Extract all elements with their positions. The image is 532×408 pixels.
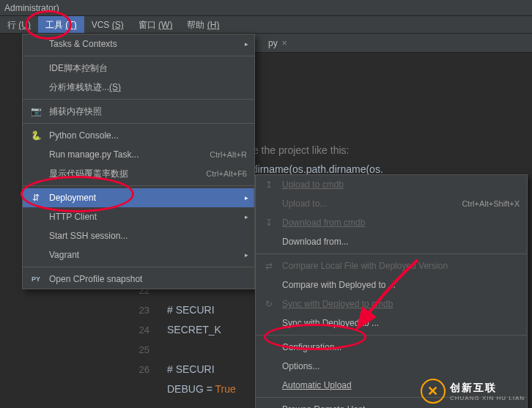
window-title: Administrator) (4, 3, 59, 13)
menu-options[interactable]: Options... (256, 357, 527, 376)
menu-coverage[interactable]: 显示代码覆盖率数据Ctrl+Alt+F6 (23, 164, 254, 183)
chevron-right-icon: ▸ (245, 213, 248, 220)
menu-help[interactable]: 帮助 (H) (180, 16, 226, 33)
menu-vcs[interactable]: VCS (S) (84, 16, 131, 33)
menu-download-from: ↧Download from cmdb (256, 213, 527, 232)
py-icon: PY (30, 273, 42, 285)
compare-icon: ⇄ (263, 260, 275, 272)
close-icon[interactable]: × (282, 38, 287, 48)
menu-vagrant[interactable]: Vagrant▸ (23, 245, 254, 264)
menu-run-manage[interactable]: Run manage.py Task...Ctrl+Alt+R (23, 145, 254, 164)
menu-separator (256, 253, 527, 254)
menu-ide-console[interactable]: IDE脚本控制台 (23, 59, 254, 78)
upload-icon: ↥ (263, 179, 275, 190)
menu-deployment[interactable]: ⇵Deployment▸ (23, 188, 254, 207)
chevron-right-icon: ▸ (245, 40, 248, 48)
logo-text-cn: 创新互联 (450, 382, 525, 395)
menu-python-console[interactable]: 🐍Python Console... (23, 126, 254, 145)
menu-compare-local: ⇄Compare Local File with Deployed Versio… (256, 256, 527, 275)
deployment-submenu: ↥Upload to cmdb Upload to...Ctrl+Alt+Shi… (255, 174, 528, 408)
menu-tasks[interactable]: Tasks & Contexts▸ (23, 34, 254, 53)
title-bar: Administrator) (0, 0, 532, 16)
menu-stack-trace[interactable]: 分析堆栈轨迹... (S) (23, 78, 254, 97)
menu-capture-snapshot[interactable]: 📷捕获内存快照 (23, 102, 254, 121)
menu-window[interactable]: 窗口 (W) (131, 16, 180, 33)
menu-sync-deployed[interactable]: Sync with Deployed to ... (256, 314, 527, 333)
menu-configuration[interactable]: Configuration... (256, 338, 527, 357)
menu-tools[interactable]: 工具 (T) (38, 16, 84, 33)
logo-icon: ✕ (421, 379, 446, 404)
menu-separator (23, 56, 254, 56)
menu-ssh[interactable]: Start SSH session... (23, 226, 254, 245)
tools-dropdown: Tasks & Contexts▸ IDE脚本控制台 分析堆栈轨迹... (S)… (22, 34, 255, 289)
menu-run[interactable]: 行 (U) (0, 16, 38, 33)
logo-text-en: CHUANG XIN HU LIAN (450, 395, 525, 401)
editor-tab[interactable]: py× (262, 38, 293, 48)
menu-compare-deployed[interactable]: Compare with Deployed to ... (256, 275, 527, 294)
chevron-right-icon: ▸ (245, 251, 248, 259)
menu-separator (23, 267, 254, 267)
menu-separator (23, 185, 254, 186)
menu-cprofile[interactable]: PYOpen CProfile snapshot (23, 270, 254, 289)
menu-sync-cmdb: ↻Sync with Deployed to cmdb (256, 294, 527, 314)
menu-separator (23, 123, 254, 124)
chevron-right-icon: ▸ (245, 194, 248, 201)
menu-upload-to: ↥Upload to cmdb (256, 175, 527, 194)
sync-icon: ↻ (263, 298, 275, 310)
watermark-logo: ✕ 创新互联 CHUANG XIN HU LIAN (421, 379, 525, 404)
deploy-icon: ⇵ (30, 192, 42, 204)
menu-bar: 行 (U) 工具 (T) VCS (S) 窗口 (W) 帮助 (H) (0, 16, 532, 34)
camera-icon: 📷 (30, 105, 42, 117)
menu-separator (256, 335, 527, 335)
menu-download-from-any[interactable]: Download from... (256, 232, 527, 251)
menu-http-client[interactable]: HTTP Client▸ (23, 207, 254, 226)
download-icon: ↧ (263, 217, 275, 229)
menu-upload-to-any: Upload to...Ctrl+Alt+Shift+X (256, 194, 527, 213)
python-icon: 🐍 (30, 130, 42, 141)
menu-separator (23, 99, 254, 100)
